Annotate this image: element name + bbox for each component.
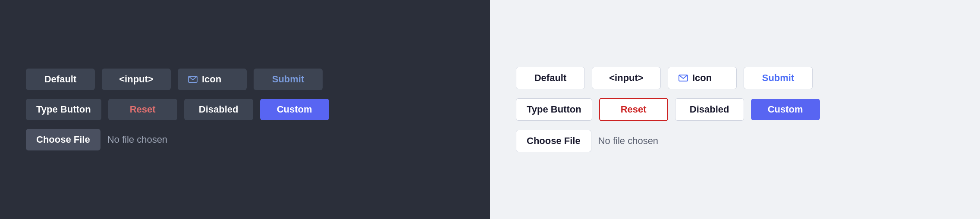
light-file-row: Choose File No file chosen [516, 130, 658, 152]
dark-no-file-text: No file chosen [107, 134, 167, 145]
light-custom-button[interactable]: Custom [751, 99, 820, 120]
light-icon-button[interactable]: Icon [668, 67, 737, 89]
light-default-button[interactable]: Default [516, 67, 585, 89]
dark-default-button[interactable]: Default [26, 69, 95, 90]
light-input-button[interactable]: <input> [592, 67, 661, 89]
mail-icon-light [678, 75, 688, 81]
light-type-button[interactable]: Type Button [516, 98, 592, 121]
dark-panel: Default <input> Icon Submit Type Button … [0, 0, 490, 219]
dark-input-button[interactable]: <input> [102, 69, 171, 90]
light-row-2: Type Button Reset Disabled Custom [516, 98, 820, 121]
light-reset-button[interactable]: Reset [599, 98, 668, 121]
mail-icon [188, 76, 198, 83]
dark-choose-file-button[interactable]: Choose File [26, 129, 101, 150]
light-disabled-button[interactable]: Disabled [675, 98, 744, 121]
dark-file-row: Choose File No file chosen [26, 129, 167, 150]
dark-row-2: Type Button Reset Disabled Custom [26, 99, 329, 120]
light-row-1: Default <input> Icon Submit [516, 67, 813, 89]
dark-submit-button[interactable]: Submit [254, 69, 323, 90]
light-panel: Default <input> Icon Submit Type Button … [490, 0, 980, 219]
dark-icon-label: Icon [202, 74, 221, 85]
light-choose-file-button[interactable]: Choose File [516, 130, 591, 152]
dark-disabled-button[interactable]: Disabled [184, 99, 253, 120]
dark-custom-button[interactable]: Custom [260, 99, 329, 120]
light-submit-button[interactable]: Submit [744, 67, 813, 89]
dark-row-1: Default <input> Icon Submit [26, 69, 323, 90]
light-no-file-text: No file chosen [598, 135, 658, 147]
dark-reset-button[interactable]: Reset [108, 99, 177, 120]
dark-icon-button[interactable]: Icon [178, 69, 247, 90]
light-icon-label: Icon [692, 72, 712, 84]
dark-type-button[interactable]: Type Button [26, 99, 101, 120]
